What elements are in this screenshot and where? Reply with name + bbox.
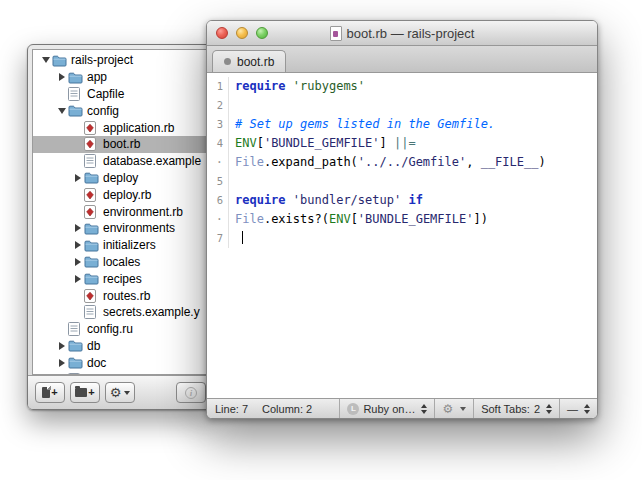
token-plain: ,	[466, 155, 480, 169]
code-editor[interactable]: 1require 'rubygems'23# Set up gems liste…	[207, 73, 597, 398]
soft-tabs-label: Soft Tabs:	[481, 403, 530, 415]
file-tree-item-label: environment.rb	[101, 205, 183, 219]
gear-icon: ⚙	[442, 403, 453, 415]
new-folder-button[interactable]: +	[70, 382, 100, 403]
folder-icon	[68, 104, 85, 117]
info-icon: i	[185, 387, 197, 399]
code-line-wrapped[interactable]: ·File.exists?(ENV['BUNDLE_GEMFILE'])	[207, 210, 597, 229]
folder-icon	[52, 54, 69, 67]
file-tree-item[interactable]: deploy	[33, 170, 208, 187]
file-tree-item[interactable]: app	[33, 69, 208, 86]
disclosure-closed-icon[interactable]	[71, 258, 84, 266]
tab-boot-rb[interactable]: boot.rb	[212, 50, 286, 72]
info-button[interactable]: i	[176, 382, 206, 403]
document-proxy-icon	[330, 26, 342, 41]
bundle-actions-selector[interactable]: ⚙	[435, 403, 473, 415]
code-line[interactable]: 7	[207, 229, 597, 248]
token-constant: ENV	[329, 212, 351, 226]
disclosure-closed-icon[interactable]	[71, 275, 84, 283]
file-tree-item[interactable]: recipes	[33, 270, 208, 287]
file-tree-item[interactable]: doc	[33, 354, 208, 371]
soft-tabs-selector[interactable]: Soft Tabs: 2	[474, 403, 559, 415]
stepper-icon	[584, 404, 590, 414]
file-tree-item-label: app	[85, 70, 107, 84]
token-string-navy: '../../Gemfile'	[358, 155, 466, 169]
file-tree-item-label: db	[85, 339, 100, 353]
actions-button[interactable]: ⚙	[105, 382, 135, 403]
title-bar[interactable]: boot.rb — rails-project	[207, 21, 597, 46]
code-line[interactable]: 3# Set up gems listed in the Gemfile.	[207, 115, 597, 134]
code-text: File.expand_path('../../Gemfile', __FILE…	[229, 153, 546, 172]
code-text	[229, 172, 235, 191]
new-file-icon	[42, 387, 50, 398]
file-tree-item[interactable]: database.example	[33, 153, 208, 170]
disclosure-open-icon[interactable]	[39, 57, 52, 63]
disclosure-closed-icon[interactable]	[71, 224, 84, 232]
file-tree-item-label: environments	[101, 221, 175, 235]
disclosure-closed-icon[interactable]	[71, 174, 84, 182]
token-string-green: 'rubygems'	[293, 79, 365, 93]
file-tree-item-label: deploy	[101, 171, 138, 185]
code-line[interactable]: 5	[207, 172, 597, 191]
file-tree-item-label: config.ru	[85, 322, 133, 336]
file-tree-item[interactable]: rails-project	[33, 52, 208, 69]
token-keyword: if	[408, 193, 422, 207]
file-tree-item[interactable]: config.ru	[33, 321, 208, 338]
token-plain	[235, 231, 242, 245]
wrap-marker: ·	[207, 153, 229, 172]
soft-tabs-value: 2	[534, 403, 540, 415]
code-line[interactable]: 4ENV['BUNDLE_GEMFILE'] ||=	[207, 134, 597, 153]
file-tree-item[interactable]: application.rb	[33, 119, 208, 136]
grammar-selector[interactable]: L Ruby on…	[340, 403, 434, 415]
stepper-icon	[421, 404, 427, 414]
code-line-wrapped[interactable]: ·File.expand_path('../../Gemfile', __FIL…	[207, 153, 597, 172]
file-tree-item-label: deploy.rb	[101, 188, 151, 202]
line-number: 2	[207, 96, 229, 115]
zoom-button[interactable]	[256, 27, 268, 39]
folder-icon	[68, 71, 85, 84]
tab-label: boot.rb	[237, 55, 274, 69]
new-file-button[interactable]: +	[35, 382, 65, 403]
file-tree-item-label: initializers	[101, 238, 156, 252]
file-tree[interactable]: rails-projectappCapfileconfigapplication…	[32, 49, 209, 375]
file-tree-item[interactable]: routes.rb	[33, 287, 208, 304]
disclosure-closed-icon[interactable]	[55, 73, 68, 81]
file-tree-item[interactable]: initializers	[33, 237, 208, 254]
disclosure-closed-icon[interactable]	[55, 342, 68, 350]
folder-icon	[84, 222, 101, 235]
code-line[interactable]: 6require 'bundler/setup' if	[207, 191, 597, 210]
file-tree-item[interactable]: locales	[33, 254, 208, 271]
disclosure-open-icon[interactable]	[55, 108, 68, 114]
file-tree-item[interactable]: db	[33, 338, 208, 355]
file-tree-item[interactable]: boot.rb	[33, 136, 208, 153]
code-line[interactable]: 2	[207, 96, 597, 115]
file-tree-item-label: application.rb	[101, 121, 174, 135]
disclosure-closed-icon[interactable]	[55, 359, 68, 367]
token-class: File	[235, 212, 264, 226]
file-tree-item[interactable]: secrets.example.y	[33, 304, 208, 321]
tab-modified-dot-icon	[224, 58, 231, 65]
token-plain: [	[351, 212, 358, 226]
token-plain: .exists?(	[264, 212, 329, 226]
minimize-button[interactable]	[236, 27, 248, 39]
chevron-down-icon	[124, 391, 130, 395]
token-keyword: require	[235, 193, 286, 207]
disclosure-closed-icon[interactable]	[71, 241, 84, 249]
code-line[interactable]: 1require 'rubygems'	[207, 77, 597, 96]
status-column-indicator: Column: 2	[262, 403, 312, 415]
line-number: 5	[207, 172, 229, 191]
file-tree-item[interactable]: environment.rb	[33, 203, 208, 220]
status-line-indicator: Line: 7	[215, 403, 248, 415]
file-tree-item[interactable]: deploy.rb	[33, 186, 208, 203]
file-tree-item[interactable]: Capfile	[33, 86, 208, 103]
token-plain	[286, 79, 293, 93]
symbol-selector[interactable]: —	[560, 403, 597, 415]
close-button[interactable]	[216, 27, 228, 39]
ruby-file-icon	[84, 137, 101, 151]
token-plain: .expand_path(	[264, 155, 358, 169]
grammar-label: Ruby on…	[363, 403, 415, 415]
window-title: boot.rb — rails-project	[347, 26, 475, 41]
file-tree-item[interactable]: environments	[33, 220, 208, 237]
ruby-file-icon	[84, 121, 101, 135]
file-tree-item[interactable]: config	[33, 102, 208, 119]
